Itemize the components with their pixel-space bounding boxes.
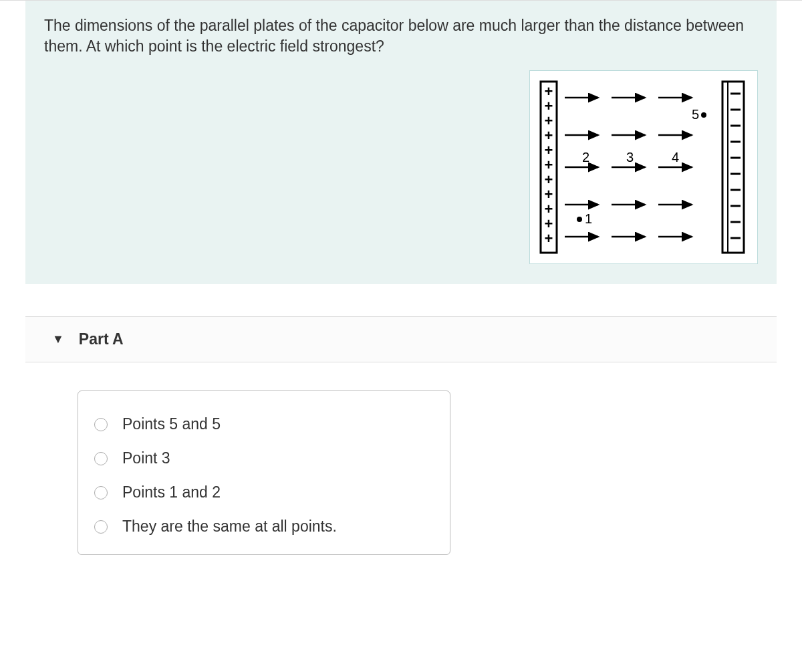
point-label-1: 1 (585, 211, 592, 226)
part-section: ▼ Part A Points 5 and 5 Point 3 Points 1… (25, 316, 777, 555)
figure-row: + + + + + + + + + + + (44, 70, 758, 264)
radio-icon[interactable] (94, 486, 108, 499)
option-label: Points 1 and 2 (122, 483, 221, 501)
svg-point-39 (701, 112, 706, 118)
option-row[interactable]: Points 5 and 5 (94, 415, 434, 433)
option-label: Points 5 and 5 (122, 415, 221, 433)
figure-box: + + + + + + + + + + + (529, 70, 758, 264)
option-label: They are the same at all points. (122, 518, 337, 536)
point-label-5: 5 (692, 107, 699, 122)
svg-rect-12 (722, 82, 744, 253)
radio-icon[interactable] (94, 452, 108, 465)
point-label-3: 3 (626, 150, 634, 164)
option-row[interactable]: Points 1 and 2 (94, 483, 434, 501)
caret-down-icon: ▼ (52, 332, 64, 346)
option-row[interactable]: They are the same at all points. (94, 518, 434, 536)
radio-icon[interactable] (94, 418, 108, 431)
point-label-4: 4 (672, 150, 679, 164)
question-block: The dimensions of the parallel plates of… (25, 1, 777, 284)
option-row[interactable]: Point 3 (94, 449, 434, 467)
svg-text:+: + (545, 230, 553, 247)
svg-point-40 (577, 217, 582, 222)
radio-icon[interactable] (94, 520, 108, 534)
answers-card: Points 5 and 5 Point 3 Points 1 and 2 Th… (78, 390, 450, 555)
question-text: The dimensions of the parallel plates of… (44, 15, 758, 57)
point-label-2: 2 (582, 150, 589, 164)
capacitor-diagram: + + + + + + + + + + + (538, 78, 749, 257)
part-title: Part A (79, 330, 124, 348)
part-header[interactable]: ▼ Part A (25, 317, 777, 362)
option-label: Point 3 (122, 449, 170, 467)
